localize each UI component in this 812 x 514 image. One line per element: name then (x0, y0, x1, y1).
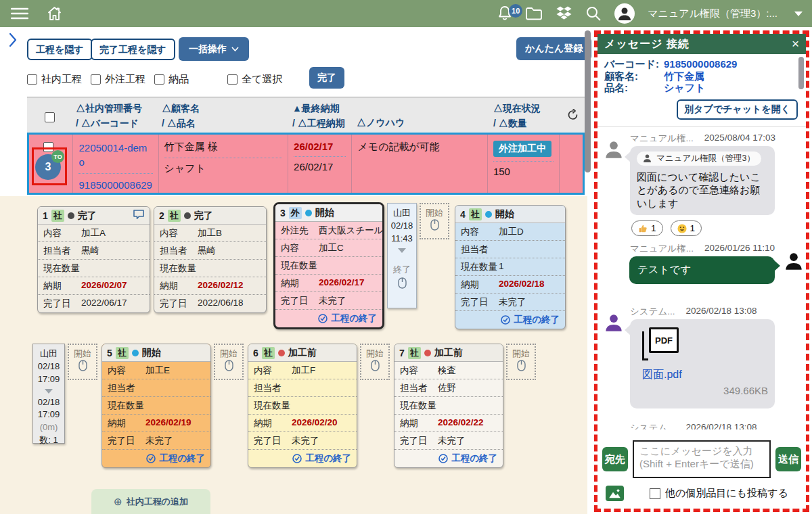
start-drop-zone[interactable]: 開始 (68, 344, 97, 380)
checkbox-outsourced-process[interactable] (91, 74, 101, 85)
file-size: 349.66KB (637, 385, 768, 403)
notifications-icon[interactable]: 10 (497, 5, 512, 22)
dropbox-icon[interactable] (556, 6, 572, 22)
type-badge-outsourced: 外 (289, 207, 302, 219)
status-dot (424, 350, 431, 356)
timeline-panel-2[interactable]: 山田 02/18 17:09 02/18 17:09 (0m) 数: 1 (32, 344, 65, 444)
open-chat-new-tab-button[interactable]: 別タブでチャットを開く (677, 99, 798, 120)
end-process-link[interactable]: 工程の終了 (248, 450, 357, 467)
type-badge-internal: 社 (262, 347, 275, 359)
end-process-link[interactable]: 工程の終了 (102, 450, 210, 467)
hide-completed-process-button[interactable]: 完了工程を隠す (91, 39, 175, 60)
message-list: マニュアル権...2025/08/04 17:03 マニュアル権限（管理3） 図… (597, 127, 806, 440)
status-badge: 外注加工中 (493, 141, 551, 157)
column-status[interactable]: △現在状況/ △数量 (489, 97, 562, 133)
arrow-down-icon (398, 248, 406, 253)
filter-delivery[interactable]: 納品 (154, 73, 189, 86)
collapse-sidebar-chevron-icon[interactable] (8, 32, 18, 50)
table-row-selected[interactable]: 3 TO 22050014-demo 9185000008629 竹下金属 様 … (27, 133, 585, 195)
column-customer[interactable]: △顧客名/ △品名 (158, 97, 288, 133)
reaction-thumbs-up[interactable]: 1 (631, 220, 663, 236)
to-badge: TO (51, 150, 64, 163)
user-menu-label[interactable]: マニュアル権限（管理3）:... (648, 7, 777, 20)
refresh-icon[interactable] (562, 97, 585, 133)
user-avatar[interactable] (614, 3, 635, 24)
check-circle-icon (318, 314, 328, 323)
easy-register-button[interactable]: かんたん登録 (516, 37, 591, 60)
smile-icon (677, 224, 687, 233)
message-input[interactable] (633, 440, 771, 478)
file-name-link[interactable]: 図面.pdf (642, 368, 768, 382)
item-value[interactable]: シャフト (664, 82, 705, 94)
column-control-number[interactable]: △社内管理番号/ △バーコード (72, 97, 158, 133)
customer-value[interactable]: 竹下金属 (664, 70, 704, 83)
barcode-link[interactable]: 9185000008629 (78, 178, 152, 192)
start-drop-zone[interactable]: 開始 (360, 344, 390, 380)
end-process-link[interactable]: 工程の終了 (455, 311, 565, 329)
column-knowhow[interactable]: △ノウハウ (353, 97, 489, 133)
checkbox-delivery[interactable] (154, 74, 164, 85)
checkbox-select-all[interactable] (227, 74, 238, 85)
message-text: テストです (637, 264, 691, 275)
check-circle-icon (146, 454, 156, 463)
checkbox-internal-process[interactable] (27, 74, 37, 85)
check-circle-icon (438, 454, 448, 463)
end-process-link[interactable]: 工程の終了 (275, 310, 382, 327)
status-dot (68, 212, 74, 219)
bulk-action-button[interactable]: 一括操作 (179, 37, 249, 61)
item-name: シャフト (164, 162, 283, 175)
type-badge-internal: 社 (408, 347, 421, 359)
folder-icon[interactable] (525, 6, 543, 21)
reply-to-pill[interactable]: マニュアル権限（管理3） (637, 151, 761, 166)
start-drop-zone[interactable]: 開始 (214, 344, 244, 380)
start-drop-zone[interactable]: 開始 (506, 344, 536, 380)
mouse-icon (430, 219, 439, 231)
process-card-3-selected[interactable]: 3外開始 外注先西大阪スチール様 内容加工C 現在数量 納期2026/02/17… (273, 202, 384, 329)
sender-name: マニュアル権... (630, 243, 694, 255)
reaction-smile[interactable]: 1 (671, 220, 702, 236)
complete-button[interactable]: 完了 (309, 67, 344, 89)
menu-icon[interactable] (11, 7, 28, 20)
process-card-2[interactable]: 2社完了 内容加工B 担当者黒崎 現在数量 納期2026/02/12 完了日20… (154, 206, 267, 313)
filter-select-all[interactable]: 全て選択 (227, 73, 282, 86)
type-badge-internal: 社 (469, 208, 482, 220)
start-drop-zone[interactable]: 開始 (420, 203, 449, 239)
close-icon[interactable]: × (792, 37, 799, 51)
user-menu-caret-icon[interactable] (794, 11, 803, 16)
add-internal-process-button[interactable]: ⊕社内工程の追加 (91, 489, 210, 514)
attach-image-button[interactable] (606, 486, 624, 501)
item-info-block: バーコード:9185000008629 顧客名:竹下金属 品名:シャフト 別タブ… (597, 54, 806, 127)
barcode-value[interactable]: 9185000008629 (664, 58, 737, 70)
header-select-checkbox[interactable] (45, 112, 55, 122)
process-card-7[interactable]: 7社加工前 内容検査 担当者佐野 現在数量 納期2026/02/22 完了日未完… (394, 344, 503, 468)
main-scrollbar-thumb[interactable] (585, 30, 591, 172)
end-process-link[interactable]: 工程の終了 (394, 450, 503, 467)
column-due-date[interactable]: ▲最終納期/ △工程納期 (288, 97, 353, 133)
post-to-other-items-checkbox[interactable]: 他の個別品目にも投稿する (650, 487, 788, 500)
process-cards-area: 1社完了 内容加工A 担当者黒崎 現在数量 納期2026/02/07 完了日20… (0, 196, 587, 514)
thumbs-up-icon (638, 224, 648, 233)
process-card-4[interactable]: 4社開始 内容加工D 担当者 現在数量1 納期2026/02/18 完了日未完了… (455, 205, 566, 329)
message-time: 2025/08/04 17:03 (704, 133, 775, 145)
comment-icon[interactable] (133, 209, 145, 222)
process-card-1[interactable]: 1社完了 内容加工A 担当者黒崎 現在数量 納期2026/02/07 完了日20… (37, 206, 150, 313)
mouse-icon (371, 360, 380, 371)
recipient-button[interactable]: 宛先 (602, 447, 628, 471)
status-dot (278, 350, 285, 356)
process-card-6[interactable]: 6社加工前 内容加工F 担当者 現在数量 納期2026/02/20 完了日未完了… (248, 344, 357, 468)
hide-process-button[interactable]: 工程を隠す (27, 39, 93, 60)
timeline-panel-1[interactable]: 山田 02/18 11:43 終了 (387, 203, 417, 308)
search-icon[interactable] (585, 5, 602, 22)
home-icon[interactable] (46, 5, 63, 22)
send-button[interactable]: 送信 (775, 447, 801, 471)
checkbox[interactable] (650, 488, 660, 499)
filter-internal-process[interactable]: 社内工程 (27, 73, 82, 86)
process-count-badge[interactable]: 3 TO (35, 154, 61, 180)
process-card-5[interactable]: 5社開始 内容加工E 担当者 現在数量 納期2026/02/19 完了日未完了 … (102, 344, 211, 468)
filter-outsourced-process[interactable]: 外注工程 (91, 73, 145, 86)
chat-scrollbar-thumb[interactable] (798, 57, 804, 89)
status-dot (132, 350, 139, 356)
process-due-date: 26/02/17 (294, 161, 346, 172)
notification-count-badge: 10 (509, 4, 522, 18)
control-number-link[interactable]: 22050014-demo (78, 141, 152, 174)
